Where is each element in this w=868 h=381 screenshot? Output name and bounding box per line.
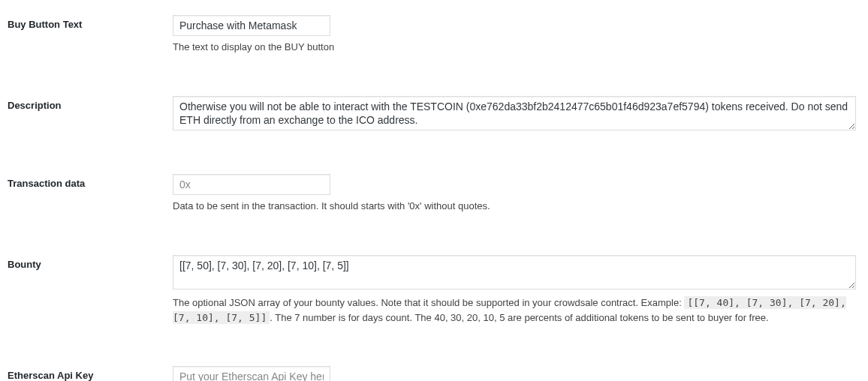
- etherscan-api-key-label: Etherscan Api Key: [8, 358, 173, 381]
- transaction-data-label: Transaction data: [8, 166, 173, 200]
- buy-button-text-desc: The text to display on the BUY button: [173, 40, 853, 55]
- transaction-data-desc: Data to be sent in the transaction. It s…: [173, 199, 853, 214]
- bounty-label: Bounty: [8, 248, 173, 281]
- bounty-desc-text-2: . The 7 number is for days count. The 40…: [270, 312, 768, 323]
- bounty-textarea[interactable]: [[7, 50], [7, 30], [7, 20], [7, 10], [7,…: [173, 255, 856, 290]
- buy-button-text-label: Buy Button Text: [8, 8, 173, 41]
- etherscan-api-key-input[interactable]: [173, 366, 330, 381]
- bounty-desc: The optional JSON array of your bounty v…: [173, 296, 856, 325]
- buy-button-text-input[interactable]: [173, 15, 330, 36]
- bounty-desc-text-1: The optional JSON array of your bounty v…: [173, 297, 684, 308]
- description-textarea[interactable]: Otherwise you will not be able to intera…: [173, 96, 856, 130]
- description-label: Description: [8, 88, 173, 122]
- transaction-data-input[interactable]: [173, 174, 330, 195]
